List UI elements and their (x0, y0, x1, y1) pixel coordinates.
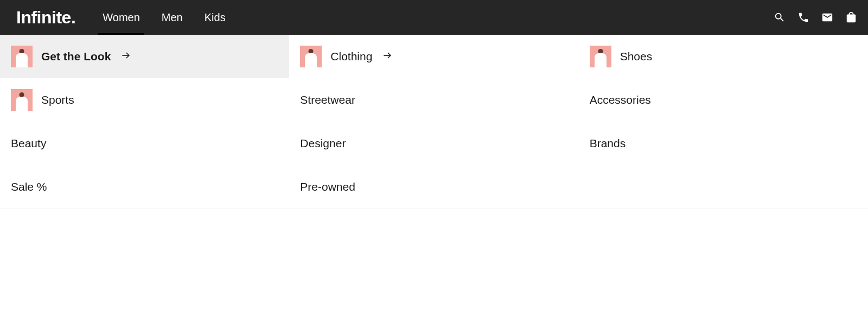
menu-item-sports[interactable]: Sports (0, 78, 289, 122)
header-bar: Infinite. Women Men Kids (0, 0, 868, 35)
menu-item-label: Accessories (590, 93, 651, 106)
menu-column-2: Clothing Streetwear Designer Pre-owned (289, 35, 578, 209)
search-icon[interactable] (774, 11, 786, 23)
tab-men[interactable]: Men (162, 0, 183, 35)
phone-icon[interactable] (797, 11, 809, 23)
menu-item-label: Sports (41, 93, 74, 106)
menu-item-sale[interactable]: Sale % (0, 165, 289, 209)
logo[interactable]: Infinite. (16, 8, 75, 28)
mega-menu: Get the Look Sports Beauty Sale % Clothi… (0, 35, 868, 209)
menu-column-1: Get the Look Sports Beauty Sale % (0, 35, 289, 209)
menu-item-accessories[interactable]: Accessories (579, 78, 868, 122)
menu-item-label: Brands (590, 137, 626, 150)
menu-item-label: Beauty (11, 137, 46, 150)
arrow-right-icon (120, 50, 131, 64)
menu-item-label: Sale % (11, 180, 47, 193)
bag-icon[interactable] (845, 11, 857, 23)
menu-item-beauty[interactable]: Beauty (0, 122, 289, 165)
menu-item-pre-owned[interactable]: Pre-owned (289, 165, 578, 209)
menu-item-label: Designer (300, 137, 346, 150)
tab-women[interactable]: Women (103, 0, 140, 35)
menu-item-label: Shoes (620, 50, 653, 63)
nav-tabs: Women Men Kids (103, 0, 225, 35)
menu-item-label: Clothing (330, 50, 372, 63)
arrow-right-icon (382, 50, 393, 64)
tab-kids[interactable]: Kids (205, 0, 226, 35)
menu-item-get-the-look[interactable]: Get the Look (0, 35, 289, 78)
menu-item-clothing[interactable]: Clothing (289, 35, 578, 78)
menu-item-streetwear[interactable]: Streetwear (289, 78, 578, 122)
menu-item-brands[interactable]: Brands (579, 122, 868, 165)
menu-item-designer[interactable]: Designer (289, 122, 578, 165)
category-thumbnail (590, 46, 611, 67)
mail-icon[interactable] (821, 11, 833, 23)
header-icons (774, 11, 857, 23)
menu-item-label: Streetwear (300, 93, 355, 106)
menu-item-label: Pre-owned (300, 180, 355, 193)
category-thumbnail (11, 46, 33, 67)
menu-column-3: Shoes Accessories Brands (579, 35, 868, 209)
category-thumbnail (11, 89, 33, 111)
menu-item-label: Get the Look (41, 50, 111, 63)
menu-item-shoes[interactable]: Shoes (579, 35, 868, 78)
category-thumbnail (300, 46, 322, 67)
